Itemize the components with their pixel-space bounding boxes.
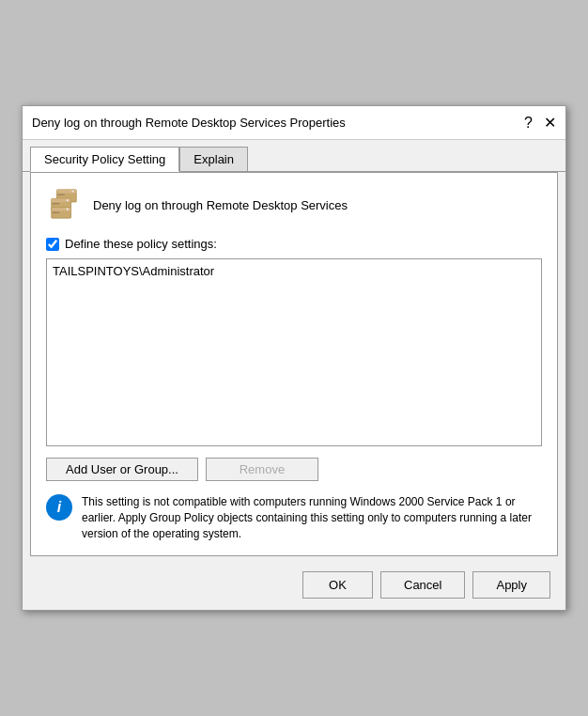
list-item: TAILSPINTOYS\Administrator xyxy=(51,263,537,279)
dialog-window: Deny log on through Remote Desktop Servi… xyxy=(22,105,566,610)
svg-rect-7 xyxy=(53,203,60,204)
tab-bar: Security Policy Setting Explain xyxy=(23,140,565,172)
button-row: Add User or Group... Remove xyxy=(46,458,542,481)
policy-header: Deny log on through Remote Desktop Servi… xyxy=(46,186,542,224)
define-settings-label[interactable]: Define these policy settings: xyxy=(65,237,217,251)
close-button[interactable]: ✕ xyxy=(544,114,556,132)
apply-button[interactable]: Apply xyxy=(472,571,550,599)
svg-point-2 xyxy=(71,191,73,193)
server-icon xyxy=(46,186,84,224)
svg-point-10 xyxy=(67,209,69,210)
cancel-button[interactable]: Cancel xyxy=(380,571,465,599)
define-settings-row: Define these policy settings: xyxy=(46,237,542,251)
svg-rect-3 xyxy=(57,195,65,195)
info-icon: i xyxy=(46,494,72,521)
footer: OK Cancel Apply xyxy=(23,564,565,610)
info-box: i This setting is not compatible with co… xyxy=(46,494,542,541)
tab-explain[interactable]: Explain xyxy=(179,147,248,172)
title-bar: Deny log on through Remote Desktop Servi… xyxy=(23,106,565,140)
define-settings-checkbox[interactable] xyxy=(46,238,59,251)
title-bar-controls: ? ✕ xyxy=(524,114,556,132)
ok-button[interactable]: OK xyxy=(302,571,373,599)
info-text: This setting is not compatible with comp… xyxy=(82,494,542,541)
tab-content: Deny log on through Remote Desktop Servi… xyxy=(30,172,558,555)
svg-point-6 xyxy=(67,199,69,201)
dialog-title: Deny log on through Remote Desktop Servi… xyxy=(32,116,346,130)
users-list[interactable]: TAILSPINTOYS\Administrator xyxy=(46,258,542,446)
tab-security-policy[interactable]: Security Policy Setting xyxy=(30,147,179,172)
svg-rect-11 xyxy=(53,212,60,213)
remove-button[interactable]: Remove xyxy=(206,458,318,481)
help-button[interactable]: ? xyxy=(524,115,533,132)
add-user-button[interactable]: Add User or Group... xyxy=(46,458,198,481)
policy-title: Deny log on through Remote Desktop Servi… xyxy=(93,198,348,212)
